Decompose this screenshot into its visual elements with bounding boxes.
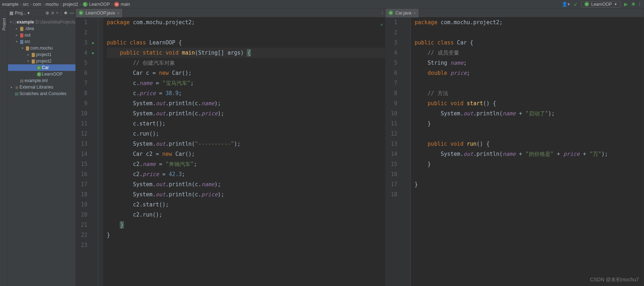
hide-icon[interactable]: —: [70, 10, 74, 16]
run-gutter[interactable]: ▶ ▶: [91, 17, 98, 286]
class-icon: C: [79, 10, 83, 15]
class-icon: C: [83, 2, 88, 7]
chevron-down-icon: ▼: [614, 3, 617, 6]
crumb-method[interactable]: main: [121, 2, 130, 7]
code-editor-left[interactable]: ✔ 1234567891011121314151617181920212223 …: [76, 17, 385, 286]
crumb[interactable]: mochu: [45, 2, 58, 7]
close-icon[interactable]: ×: [413, 11, 415, 15]
breadcrumb[interactable]: example› src› com› mochu› project2› C Le…: [2, 2, 130, 7]
tab-car[interactable]: C Car.java ×: [386, 9, 419, 17]
run-line-icon[interactable]: ▶: [92, 38, 95, 48]
project-tree[interactable]: ▾▢exampleD:\Java\IdeaProjects ▸▇.idea ▸▇…: [8, 17, 75, 286]
settings-icon[interactable]: ✱: [64, 10, 68, 16]
run-config-label: LearnOOP: [591, 2, 612, 7]
editor-right: C Car.java × 123456789101112131415161718…: [386, 9, 644, 286]
crumb-class[interactable]: LearnOOP: [89, 2, 110, 7]
tab-label: LearnOOP.java: [86, 10, 115, 16]
tree-file-iml[interactable]: ▤example.iml: [8, 77, 75, 84]
code-editor-right[interactable]: 123456789101112131415161718 package com.…: [386, 17, 644, 286]
watermark: CSDN @末初mochu7: [590, 277, 639, 283]
tree-scratches[interactable]: ▤Scratches and Consoles: [8, 90, 75, 97]
debug-icon[interactable]: ✱: [631, 1, 635, 7]
line-numbers: 1234567891011121314151617181920212223: [76, 17, 91, 286]
tool-window-stripe: Project: [0, 9, 8, 286]
run-line-icon[interactable]: ▶: [92, 48, 95, 58]
tree-folder-src[interactable]: ▾▇src: [8, 38, 75, 45]
class-icon: C: [584, 2, 589, 7]
user-icon[interactable]: 👤▾: [562, 1, 570, 7]
code-content-left[interactable]: package com.mochu.project2; public class…: [103, 17, 385, 286]
line-numbers: 123456789101112131415161718: [386, 17, 401, 286]
toolbar-right: 👤▾ ↙ C LearnOOP ▼ ▶ ✱ ⁝: [562, 1, 642, 8]
build-icon[interactable]: ↙: [574, 1, 578, 7]
crumb[interactable]: com: [33, 2, 41, 7]
tree-root[interactable]: ▾▢exampleD:\Java\IdeaProjects: [8, 19, 75, 25]
crumb[interactable]: src: [23, 2, 29, 7]
crumb[interactable]: example: [2, 2, 18, 7]
more-icon[interactable]: ⁝: [639, 1, 640, 7]
tree-folder-idea[interactable]: ▸▇.idea: [8, 25, 75, 32]
run-config-selector[interactable]: C LearnOOP ▼: [581, 1, 621, 8]
close-icon[interactable]: ×: [117, 11, 119, 15]
fold-gutter[interactable]: [98, 17, 103, 286]
tree-package-project2[interactable]: ▾▇project2: [8, 58, 75, 64]
code-content-right[interactable]: package com.mochu.project2; public class…: [411, 17, 644, 286]
fold-gutter[interactable]: [401, 17, 411, 286]
tree-package[interactable]: ▾▇com.mochu: [8, 45, 75, 51]
tab-bar-left: C LearnOOP.java × ⁝: [76, 9, 385, 17]
tree-external-libraries[interactable]: ▸⫼External Libraries: [8, 84, 75, 90]
top-toolbar: example› src› com› mochu› project2› C Le…: [0, 0, 644, 9]
tree-class-car[interactable]: CCar: [8, 64, 75, 71]
run-icon[interactable]: ▶: [624, 1, 628, 7]
method-icon: m: [114, 2, 119, 7]
tab-overflow-icon[interactable]: ⁝: [382, 10, 385, 16]
tab-bar-right: C Car.java ×: [386, 9, 644, 17]
tab-learnoop[interactable]: C LearnOOP.java ×: [76, 9, 123, 17]
crumb[interactable]: project2: [63, 2, 78, 7]
class-icon: C: [388, 10, 393, 15]
tree-folder-out[interactable]: ▸▇out: [8, 32, 75, 38]
project-tool-window: ▦ Proj...▾ ⊕ ≡ ÷ | ✱ — ▾▢exampleD:\Java\…: [8, 9, 76, 286]
project-tool-tab[interactable]: Project: [2, 18, 6, 30]
project-tool-header: ▦ Proj...▾ ⊕ ≡ ÷ | ✱ —: [8, 9, 75, 17]
expand-all-icon[interactable]: ≡: [51, 10, 54, 16]
project-tool-title[interactable]: ▦ Proj...▾: [9, 10, 43, 16]
tree-class-learnoop[interactable]: CLearnOOP: [8, 71, 75, 77]
collapse-all-icon[interactable]: ÷: [56, 10, 58, 16]
editor-left: C LearnOOP.java × ⁝ ✔ 123456789101112131…: [76, 9, 386, 286]
tree-package-project1[interactable]: ▸▇project1: [8, 51, 75, 58]
tab-label: Car.java: [395, 10, 411, 16]
editor-split: C LearnOOP.java × ⁝ ✔ 123456789101112131…: [76, 9, 644, 286]
select-opened-file-icon[interactable]: ⊕: [45, 10, 49, 16]
